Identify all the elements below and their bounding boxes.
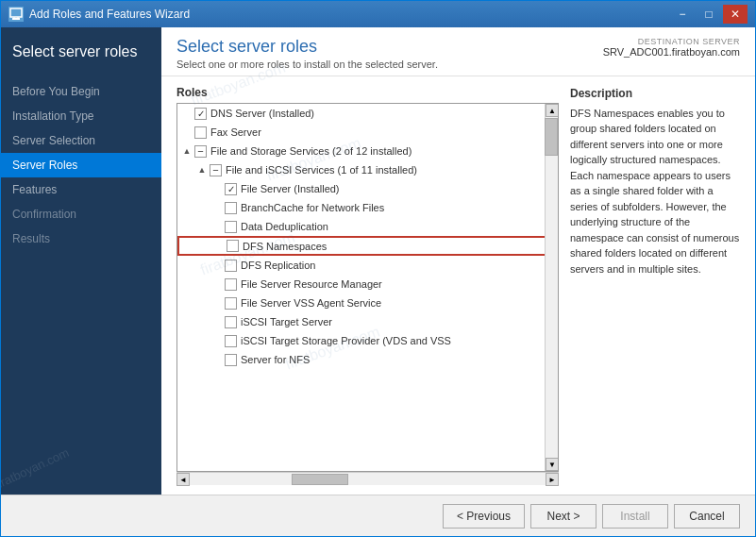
main-body: Roles DNS Server (Installed) xyxy=(161,76,755,495)
role-checkbox[interactable] xyxy=(194,108,207,120)
bottom-bar: < Previous Next > Install Cancel xyxy=(1,495,755,536)
list-item[interactable]: iSCSI Target Server xyxy=(177,312,558,331)
role-label: iSCSI Target Storage Provider (VDS and V… xyxy=(241,335,451,346)
role-label: File Server Resource Manager xyxy=(241,278,382,290)
previous-button[interactable]: < Previous xyxy=(443,504,525,529)
scroll-right-button[interactable]: ► xyxy=(546,473,559,486)
role-label: Fax Server xyxy=(210,126,261,138)
sidebar-title: Select server roles xyxy=(12,42,150,62)
list-item[interactable]: DNS Server (Installed) xyxy=(177,104,558,123)
sidebar-watermark: firatboyan.com xyxy=(1,445,71,493)
role-label: File and iSCSI Services (1 of 11 install… xyxy=(226,164,417,176)
role-checkbox[interactable] xyxy=(194,126,207,139)
sidebar-nav: Before You Begin Installation Type Serve… xyxy=(1,79,161,287)
main-window: Add Roles and Features Wizard − □ ✕ Sele… xyxy=(0,0,756,537)
list-item-dfs-namespaces[interactable]: DFS Namespaces xyxy=(177,236,558,256)
sidebar-item-installation-type[interactable]: Installation Type xyxy=(1,104,161,128)
description-label: Description xyxy=(570,86,740,102)
destination-info: DESTINATION SERVER SRV_ADC001.firatboyan… xyxy=(603,37,740,58)
role-label: Data Deduplication xyxy=(241,221,328,232)
list-item[interactable]: BranchCache for Network Files xyxy=(177,198,558,217)
role-checkbox[interactable] xyxy=(194,145,207,158)
content-area: Select server roles Before You Begin Ins… xyxy=(1,27,755,495)
spacer-icon xyxy=(211,354,223,365)
roles-list-container: DNS Server (Installed) Fax Server ▲ xyxy=(176,103,559,472)
role-label: DFS Namespaces xyxy=(243,241,327,252)
window-icon xyxy=(8,7,24,22)
list-item[interactable]: Data Deduplication xyxy=(177,217,558,236)
role-checkbox[interactable] xyxy=(225,202,237,214)
horiz-scroll-thumb[interactable] xyxy=(292,474,348,485)
list-item[interactable]: DFS Replication xyxy=(177,256,558,275)
svg-rect-0 xyxy=(10,8,22,17)
svg-rect-1 xyxy=(12,18,20,20)
list-item[interactable]: File Server (Installed) xyxy=(177,179,558,198)
expand-icon[interactable]: ▲ xyxy=(196,164,208,176)
sidebar-item-results: Results xyxy=(1,227,161,251)
maximize-button[interactable]: □ xyxy=(697,5,721,24)
main-header-left: Select server roles Select one or more r… xyxy=(176,37,603,70)
role-label: Server for NFS xyxy=(241,354,310,365)
list-item[interactable]: File Server Resource Manager xyxy=(177,275,558,294)
role-checkbox[interactable] xyxy=(225,221,237,233)
role-checkbox[interactable] xyxy=(225,183,237,195)
role-checkbox[interactable] xyxy=(225,297,237,310)
role-checkbox[interactable] xyxy=(225,278,237,291)
spacer-icon xyxy=(213,241,225,252)
role-label: BranchCache for Network Files xyxy=(241,202,384,213)
sidebar-header: Select server roles xyxy=(1,27,161,70)
roles-section: Roles DNS Server (Installed) xyxy=(176,86,559,485)
window-title: Add Roles and Features Wizard xyxy=(29,8,190,21)
page-instruction: Select one or more roles to install on t… xyxy=(176,59,603,70)
list-item[interactable]: ▲ File and iSCSI Services (1 of 11 insta… xyxy=(177,160,558,179)
title-bar-left: Add Roles and Features Wizard xyxy=(8,7,190,22)
cancel-button[interactable]: Cancel xyxy=(674,504,740,529)
sidebar-item-server-roles[interactable]: Server Roles xyxy=(1,153,161,177)
spacer-icon xyxy=(211,260,223,271)
role-label: DNS Server (Installed) xyxy=(210,108,314,119)
role-checkbox[interactable] xyxy=(210,164,222,176)
spacer-icon xyxy=(211,335,223,346)
role-label: File Server (Installed) xyxy=(241,183,340,194)
minimize-button[interactable]: − xyxy=(670,5,695,24)
list-item[interactable]: ▲ File and Storage Services (2 of 12 ins… xyxy=(177,142,558,160)
sidebar: Select server roles Before You Begin Ins… xyxy=(1,27,161,495)
spacer-icon xyxy=(211,183,223,194)
sidebar-item-server-selection[interactable]: Server Selection xyxy=(1,128,161,153)
scroll-thumb[interactable] xyxy=(545,118,558,156)
role-checkbox[interactable] xyxy=(225,316,237,328)
role-checkbox[interactable] xyxy=(227,240,239,252)
spacer-icon xyxy=(181,126,193,138)
spacer-icon xyxy=(181,108,193,119)
scroll-down-button[interactable]: ▼ xyxy=(546,458,559,471)
list-item[interactable]: File Server VSS Agent Service xyxy=(177,294,558,312)
roles-label: Roles xyxy=(176,86,559,99)
list-item[interactable]: Fax Server xyxy=(177,123,558,142)
spacer-icon xyxy=(211,297,223,309)
spacer-icon xyxy=(211,316,223,327)
list-item[interactable]: iSCSI Target Storage Provider (VDS and V… xyxy=(177,331,558,350)
close-button[interactable]: ✕ xyxy=(723,5,748,24)
main-header: Select server roles Select one or more r… xyxy=(161,27,755,76)
sidebar-item-before-you-begin[interactable]: Before You Begin xyxy=(1,79,161,104)
horizontal-scrollbar[interactable]: ◄ ► xyxy=(176,472,559,485)
destination-server: SRV_ADC001.firatboyan.com xyxy=(603,46,740,58)
role-checkbox[interactable] xyxy=(225,260,237,272)
role-label: DFS Replication xyxy=(241,260,315,271)
role-checkbox[interactable] xyxy=(225,354,237,366)
expand-icon[interactable]: ▲ xyxy=(181,145,193,157)
scroll-left-button[interactable]: ◄ xyxy=(176,473,190,486)
sidebar-item-confirmation: Confirmation xyxy=(1,202,161,227)
vertical-scrollbar[interactable]: ▲ ▼ xyxy=(545,104,558,471)
next-button[interactable]: Next > xyxy=(530,504,596,529)
scroll-up-button[interactable]: ▲ xyxy=(546,104,559,117)
install-button[interactable]: Install xyxy=(602,504,668,529)
role-label: File Server VSS Agent Service xyxy=(241,297,381,309)
role-label: iSCSI Target Server xyxy=(241,316,332,327)
sidebar-item-features[interactable]: Features xyxy=(1,177,161,202)
roles-list[interactable]: DNS Server (Installed) Fax Server ▲ xyxy=(177,104,558,471)
main-panel: Select server roles Select one or more r… xyxy=(161,27,755,495)
destination-label: DESTINATION SERVER xyxy=(603,37,740,46)
role-checkbox[interactable] xyxy=(225,335,237,347)
list-item[interactable]: Server for NFS xyxy=(177,350,558,369)
